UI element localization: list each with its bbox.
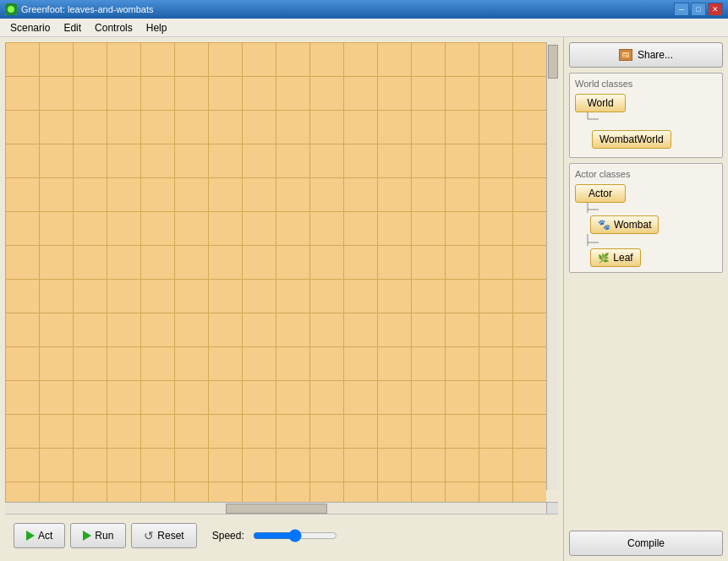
vscrollbar-thumb[interactable]: [548, 45, 558, 79]
run-label: Run: [95, 530, 113, 542]
leaf-icon: 🌿: [598, 253, 610, 264]
reset-label: Reset: [157, 530, 183, 542]
close-button[interactable]: ✕: [708, 3, 723, 16]
world-class-row: World: [575, 94, 717, 112]
menu-help[interactable]: Help: [140, 20, 174, 35]
act-play-icon: [26, 531, 35, 541]
minimize-button[interactable]: ─: [674, 3, 689, 16]
world-class-label: World: [587, 97, 613, 109]
actor-class-box[interactable]: Actor: [575, 184, 626, 203]
main-area: Act Run ↺ Reset Speed:: [0, 37, 728, 561]
world-hierarchy: World WombatWorld: [575, 94, 717, 152]
wombat-class-row: 🐾 Wombat: [590, 215, 717, 234]
actor-vline-svg: [583, 203, 600, 213]
right-panel: Share... World classes World: [563, 37, 728, 561]
actor-classes-title: Actor classes: [575, 169, 717, 179]
maximize-button[interactable]: □: [691, 3, 706, 16]
svg-point-1: [8, 6, 14, 13]
share-label: Share...: [638, 49, 673, 61]
actor-class-row: Actor: [575, 184, 717, 203]
world-grid: [5, 42, 546, 502]
menu-edit[interactable]: Edit: [57, 20, 88, 35]
wombat-world-class-box[interactable]: WombatWorld: [592, 130, 671, 149]
title-bar: Greenfoot: leaves-and-wombats ─ □ ✕: [0, 0, 728, 19]
horizontal-scrollbar[interactable]: [5, 502, 546, 514]
vertical-scrollbar[interactable]: [546, 42, 558, 490]
speed-slider[interactable]: [253, 529, 337, 542]
spacer: [569, 278, 723, 526]
world-class-box[interactable]: World: [575, 94, 626, 112]
run-play-icon: [83, 531, 91, 541]
wombat-world-class-label: WombatWorld: [599, 133, 664, 145]
world-inherit-line-svg: [583, 112, 600, 123]
bottom-scroll-area: [5, 502, 558, 514]
app-icon: [5, 3, 17, 15]
speed-label: Speed:: [212, 530, 244, 542]
svg-rect-4: [623, 54, 628, 55]
act-label: Act: [38, 530, 52, 542]
compile-button[interactable]: Compile: [569, 531, 723, 556]
wombat-icon: 🐾: [598, 219, 610, 231]
compile-label: Compile: [627, 537, 665, 549]
menu-scenario[interactable]: Scenario: [3, 20, 57, 35]
canvas-area: Act Run ↺ Reset Speed:: [0, 37, 563, 561]
menu-bar: Scenario Edit Controls Help: [0, 19, 728, 37]
menu-controls[interactable]: Controls: [88, 20, 140, 35]
control-bar: Act Run ↺ Reset Speed:: [5, 514, 558, 556]
wombat-world-class-row: WombatWorld: [592, 130, 717, 149]
hscrollbar-thumb[interactable]: [226, 504, 327, 514]
window-controls: ─ □ ✕: [674, 3, 723, 16]
leaf-class-box[interactable]: 🌿 Leaf: [590, 248, 641, 267]
leaf-class-row: 🌿 Leaf: [590, 248, 717, 267]
window-title: Greenfoot: leaves-and-wombats: [21, 4, 674, 14]
scroll-corner: [546, 502, 558, 514]
leaf-class-label: Leaf: [613, 252, 632, 264]
run-button[interactable]: Run: [70, 523, 126, 548]
reset-button[interactable]: ↺ Reset: [131, 523, 196, 548]
world-classes-panel: World classes World WombatWorld: [569, 73, 723, 158]
actor-classes-panel: Actor classes Actor: [569, 163, 723, 273]
wombat-class-label: Wombat: [614, 219, 651, 231]
svg-rect-5: [623, 56, 627, 57]
share-icon: [619, 49, 632, 61]
actor-hierarchy: Actor 🐾 Wombat: [575, 184, 717, 267]
share-button[interactable]: Share...: [569, 42, 723, 68]
actor-class-label: Actor: [588, 188, 612, 199]
wombat-leaf-vline-svg: [583, 234, 600, 246]
act-button[interactable]: Act: [14, 523, 65, 548]
wombat-class-box[interactable]: 🐾 Wombat: [590, 215, 659, 234]
reset-icon: ↺: [144, 529, 154, 542]
world-classes-title: World classes: [575, 79, 717, 89]
